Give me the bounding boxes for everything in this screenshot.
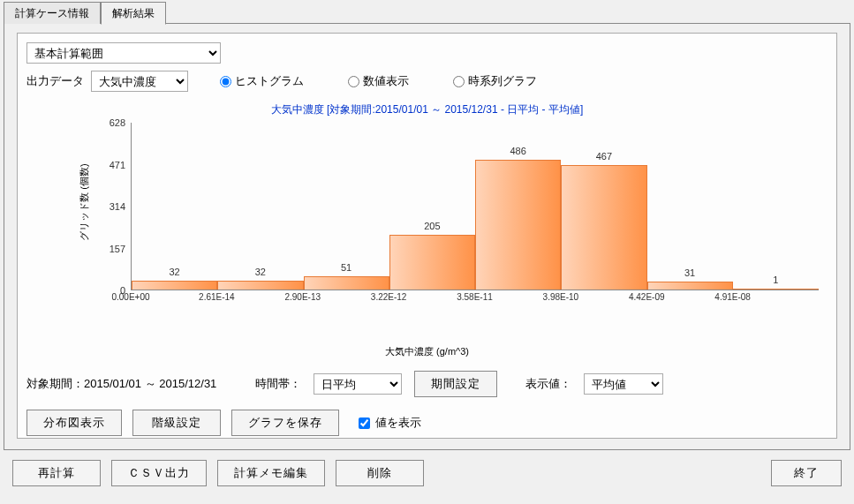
chart-bin: 467 [561,151,646,290]
bar [475,160,561,290]
chart-bin: 486 [475,146,561,290]
bar-value-label: 31 [684,267,695,278]
radio-numeric[interactable]: 数値表示 [348,73,409,89]
period-label: 対象期間：2015/01/01 ～ 2015/12/31 [26,376,216,392]
radio-timeseries[interactable]: 時系列グラフ [453,73,537,89]
chart-bin: 1 [733,275,819,290]
chart-bin: 32 [217,267,303,290]
chart-bin: 31 [647,267,733,290]
bar [389,235,475,290]
x-tick-label: 3.98E-10 [543,292,579,302]
x-tick-label: 3.22E-12 [371,292,407,302]
bar [561,165,646,290]
bar-value-label: 32 [170,267,180,277]
recalc-button[interactable]: 再計算 [12,460,101,486]
chart-bin: 51 [304,262,389,290]
y-tick: 157 [110,244,125,254]
analysis-panel: 基本計算範囲 出力データ 大気中濃度 ヒストグラム 数値表示 時系列グラフ [17,33,837,439]
x-tick-label: 4.42E-09 [629,292,665,302]
x-tick-label: 4.91E-08 [714,292,751,302]
viewmode-radios: ヒストグラム 数値表示 時系列グラフ [220,73,537,89]
radio-histogram-input[interactable] [220,76,231,87]
bar-value-label: 205 [424,221,440,231]
range-select[interactable]: 基本計算範囲 [26,42,221,64]
y-tick: 314 [110,201,125,212]
timeband-label: 時間帯： [255,376,301,392]
x-tick-label: 2.61E-14 [199,292,235,302]
bar [304,276,389,290]
bar-value-label: 486 [510,146,525,156]
bar-value-label: 1 [773,275,778,285]
output-select[interactable]: 大気中濃度 [91,71,188,92]
y-tick: 471 [110,160,125,170]
y-axis-label: グリッド数 (個数) [78,163,91,240]
display-value-select[interactable]: 平均値 [584,373,663,395]
chart-bin: 32 [132,267,217,290]
tabs: 計算ケース情報 解析結果 [0,2,854,24]
y-axis: 0157314471628 [94,123,127,290]
bar-value-label: 51 [341,262,351,273]
bottom-toolbar: 再計算 ＣＳＶ出力 計算メモ編集 削除 終了 [0,451,854,486]
x-axis: 0.00E+002.61E-142.90E-133.22E-123.58E-11… [131,292,819,306]
y-tick: 628 [110,117,125,128]
dist-map-button[interactable]: 分布図表示 [26,410,122,436]
plot-region: 323251205486467311 [131,123,819,290]
x-tick-label: 0.00E+00 [111,292,149,302]
bar-value-label: 467 [596,151,612,162]
timeband-select[interactable]: 日平均 [314,373,402,395]
bar [217,281,303,290]
memo-edit-button[interactable]: 計算メモ編集 [217,460,325,486]
radio-timeseries-input[interactable] [453,76,465,87]
bar [733,289,819,290]
tab-body: 基本計算範囲 出力データ 大気中濃度 ヒストグラム 数値表示 時系列グラフ [4,23,850,450]
display-label: 表示値： [525,376,571,392]
radio-numeric-input[interactable] [348,76,359,87]
show-values-input[interactable] [359,417,370,429]
save-graph-button[interactable]: グラフを保存 [231,410,339,436]
output-label: 出力データ [26,73,84,89]
tab-case-info[interactable]: 計算ケース情報 [4,2,101,24]
x-axis-label: 大気中濃度 (g/m^3) [26,345,828,358]
class-set-button[interactable]: 階級設定 [132,410,221,436]
csv-export-button[interactable]: ＣＳＶ出力 [111,460,207,486]
bar [647,282,733,290]
chart-title: 大気中濃度 [対象期間:2015/01/01 ～ 2015/12/31 - 日平… [26,102,828,117]
delete-button[interactable]: 削除 [336,460,424,486]
bar [132,281,217,290]
bar-value-label: 32 [255,267,266,277]
exit-button[interactable]: 終了 [771,460,842,486]
chart-bin: 205 [389,221,475,290]
tab-analysis[interactable]: 解析結果 [101,2,166,25]
chart: 大気中濃度 [対象期間:2015/01/01 ～ 2015/12/31 - 日平… [26,99,828,328]
period-set-button[interactable]: 期間設定 [414,371,497,397]
x-tick-label: 2.90E-13 [284,292,321,302]
radio-histogram[interactable]: ヒストグラム [220,73,304,89]
x-tick-label: 3.58E-11 [457,292,493,302]
show-values-checkbox[interactable]: 値を表示 [359,410,421,436]
